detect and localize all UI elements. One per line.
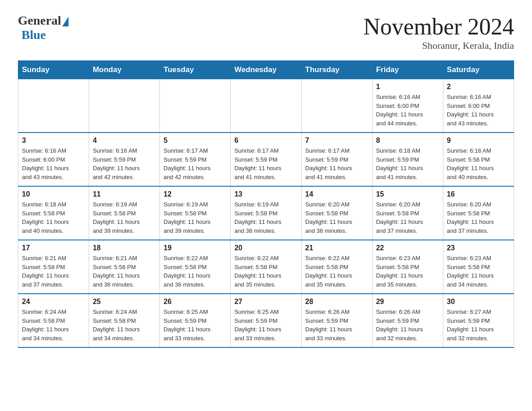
day-info: Sunrise: 6:18 AM Sunset: 5:58 PM Dayligh… — [22, 200, 85, 235]
day-cell: 24Sunrise: 6:24 AM Sunset: 5:58 PM Dayli… — [18, 294, 89, 347]
day-cell: 6Sunrise: 6:17 AM Sunset: 5:59 PM Daylig… — [231, 133, 301, 186]
day-info: Sunrise: 6:16 AM Sunset: 5:59 PM Dayligh… — [93, 146, 156, 181]
column-header-tuesday: Tuesday — [160, 61, 231, 79]
day-number: 1 — [376, 83, 439, 91]
day-cell: 22Sunrise: 6:23 AM Sunset: 5:58 PM Dayli… — [372, 240, 443, 294]
day-number: 24 — [22, 298, 85, 306]
week-row-3: 10Sunrise: 6:18 AM Sunset: 5:58 PM Dayli… — [18, 186, 514, 240]
day-info: Sunrise: 6:25 AM Sunset: 5:59 PM Dayligh… — [234, 308, 297, 342]
logo-blue-text: Blue — [21, 28, 46, 42]
day-info: Sunrise: 6:19 AM Sunset: 5:58 PM Dayligh… — [234, 200, 297, 235]
day-number: 9 — [447, 137, 510, 145]
day-cell: 21Sunrise: 6:22 AM Sunset: 5:58 PM Dayli… — [301, 240, 372, 294]
column-header-saturday: Saturday — [443, 61, 514, 79]
column-header-sunday: Sunday — [18, 61, 89, 79]
day-number: 12 — [163, 190, 227, 198]
day-number: 22 — [376, 244, 439, 252]
day-info: Sunrise: 6:16 AM Sunset: 6:00 PM Dayligh… — [376, 93, 439, 128]
day-info: Sunrise: 6:23 AM Sunset: 5:58 PM Dayligh… — [447, 254, 510, 289]
day-cell: 10Sunrise: 6:18 AM Sunset: 5:58 PM Dayli… — [18, 186, 89, 240]
day-number: 13 — [234, 190, 297, 198]
day-number: 16 — [447, 190, 510, 198]
column-header-friday: Friday — [372, 61, 443, 79]
day-info: Sunrise: 6:22 AM Sunset: 5:58 PM Dayligh… — [163, 254, 227, 289]
day-cell — [301, 79, 372, 133]
day-cell: 20Sunrise: 6:22 AM Sunset: 5:58 PM Dayli… — [231, 240, 301, 294]
logo-general-text: General — [18, 13, 61, 28]
day-cell: 5Sunrise: 6:17 AM Sunset: 5:59 PM Daylig… — [160, 133, 231, 186]
day-info: Sunrise: 6:22 AM Sunset: 5:58 PM Dayligh… — [234, 254, 297, 289]
day-number: 14 — [305, 190, 369, 198]
day-number: 10 — [22, 190, 85, 198]
week-row-1: 1Sunrise: 6:16 AM Sunset: 6:00 PM Daylig… — [18, 79, 514, 133]
day-info: Sunrise: 6:24 AM Sunset: 5:58 PM Dayligh… — [22, 308, 85, 342]
day-info: Sunrise: 6:17 AM Sunset: 5:59 PM Dayligh… — [305, 146, 369, 181]
day-number: 21 — [305, 244, 369, 252]
day-cell: 19Sunrise: 6:22 AM Sunset: 5:58 PM Dayli… — [160, 240, 231, 294]
day-cell: 8Sunrise: 6:18 AM Sunset: 5:59 PM Daylig… — [372, 133, 443, 186]
day-cell: 18Sunrise: 6:21 AM Sunset: 5:58 PM Dayli… — [89, 240, 160, 294]
day-info: Sunrise: 6:17 AM Sunset: 5:59 PM Dayligh… — [234, 146, 297, 181]
day-cell: 25Sunrise: 6:24 AM Sunset: 5:58 PM Dayli… — [89, 294, 160, 347]
day-info: Sunrise: 6:26 AM Sunset: 5:59 PM Dayligh… — [376, 308, 439, 342]
day-number: 6 — [234, 137, 297, 145]
day-cell — [18, 79, 89, 133]
day-number: 23 — [447, 244, 510, 252]
day-info: Sunrise: 6:18 AM Sunset: 5:58 PM Dayligh… — [447, 146, 510, 181]
day-cell: 9Sunrise: 6:18 AM Sunset: 5:58 PM Daylig… — [443, 133, 514, 186]
day-number: 17 — [22, 244, 85, 252]
day-number: 18 — [93, 244, 156, 252]
calendar-header-row: SundayMondayTuesdayWednesdayThursdayFrid… — [18, 61, 514, 79]
day-cell — [231, 79, 301, 133]
day-cell: 16Sunrise: 6:20 AM Sunset: 5:58 PM Dayli… — [443, 186, 514, 240]
day-cell: 7Sunrise: 6:17 AM Sunset: 5:59 PM Daylig… — [301, 133, 372, 186]
day-info: Sunrise: 6:17 AM Sunset: 5:59 PM Dayligh… — [163, 146, 227, 181]
week-row-2: 3Sunrise: 6:16 AM Sunset: 6:00 PM Daylig… — [18, 133, 514, 186]
day-cell: 26Sunrise: 6:25 AM Sunset: 5:59 PM Dayli… — [160, 294, 231, 347]
day-number: 4 — [93, 137, 156, 145]
day-number: 5 — [163, 137, 227, 145]
day-info: Sunrise: 6:20 AM Sunset: 5:58 PM Dayligh… — [305, 200, 369, 235]
day-info: Sunrise: 6:18 AM Sunset: 5:59 PM Dayligh… — [376, 146, 439, 181]
calendar-table: SundayMondayTuesdayWednesdayThursdayFrid… — [18, 60, 514, 348]
day-cell — [160, 79, 231, 133]
title-block: November 2024 Shoranur, Kerala, India — [364, 13, 514, 51]
day-number: 19 — [163, 244, 227, 252]
day-cell: 3Sunrise: 6:16 AM Sunset: 6:00 PM Daylig… — [18, 133, 89, 186]
day-cell: 1Sunrise: 6:16 AM Sunset: 6:00 PM Daylig… — [372, 79, 443, 133]
day-info: Sunrise: 6:16 AM Sunset: 6:00 PM Dayligh… — [22, 146, 85, 181]
day-number: 26 — [163, 298, 227, 306]
page-header: General Blue November 2024 Shoranur, Ker… — [18, 13, 514, 51]
column-header-thursday: Thursday — [301, 61, 372, 79]
day-cell: 30Sunrise: 6:27 AM Sunset: 5:59 PM Dayli… — [443, 294, 514, 347]
day-number: 11 — [93, 190, 156, 198]
day-number: 25 — [93, 298, 156, 306]
day-info: Sunrise: 6:26 AM Sunset: 5:59 PM Dayligh… — [305, 308, 369, 342]
day-number: 7 — [305, 137, 369, 145]
day-number: 29 — [376, 298, 439, 306]
day-number: 30 — [447, 298, 510, 306]
day-info: Sunrise: 6:21 AM Sunset: 5:58 PM Dayligh… — [22, 254, 85, 289]
day-cell: 2Sunrise: 6:16 AM Sunset: 6:00 PM Daylig… — [443, 79, 514, 133]
day-number: 27 — [234, 298, 297, 306]
day-cell: 4Sunrise: 6:16 AM Sunset: 5:59 PM Daylig… — [89, 133, 160, 186]
location-title: Shoranur, Kerala, India — [364, 40, 514, 51]
day-info: Sunrise: 6:19 AM Sunset: 5:58 PM Dayligh… — [163, 200, 227, 235]
day-number: 28 — [305, 298, 369, 306]
day-cell: 13Sunrise: 6:19 AM Sunset: 5:58 PM Dayli… — [231, 186, 301, 240]
day-cell: 12Sunrise: 6:19 AM Sunset: 5:58 PM Dayli… — [160, 186, 231, 240]
day-cell — [89, 79, 160, 133]
day-cell: 15Sunrise: 6:20 AM Sunset: 5:58 PM Dayli… — [372, 186, 443, 240]
day-info: Sunrise: 6:27 AM Sunset: 5:59 PM Dayligh… — [447, 308, 510, 342]
month-title: November 2024 — [364, 13, 514, 40]
logo: General Blue — [18, 13, 69, 42]
day-info: Sunrise: 6:19 AM Sunset: 5:58 PM Dayligh… — [93, 200, 156, 235]
day-info: Sunrise: 6:16 AM Sunset: 6:00 PM Dayligh… — [447, 93, 510, 128]
day-info: Sunrise: 6:21 AM Sunset: 5:58 PM Dayligh… — [93, 254, 156, 289]
logo-arrow-icon — [62, 17, 69, 26]
day-info: Sunrise: 6:24 AM Sunset: 5:58 PM Dayligh… — [93, 308, 156, 342]
column-header-monday: Monday — [89, 61, 160, 79]
day-info: Sunrise: 6:25 AM Sunset: 5:59 PM Dayligh… — [163, 308, 227, 342]
week-row-5: 24Sunrise: 6:24 AM Sunset: 5:58 PM Dayli… — [18, 294, 514, 347]
day-cell: 29Sunrise: 6:26 AM Sunset: 5:59 PM Dayli… — [372, 294, 443, 347]
